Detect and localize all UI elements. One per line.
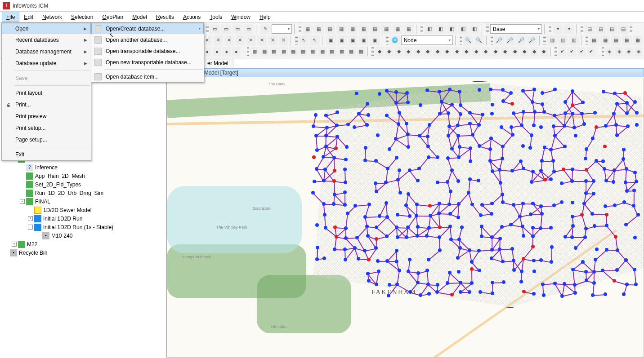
manhole-node[interactable] xyxy=(636,213,640,217)
manhole-node[interactable] xyxy=(602,90,605,93)
manhole-node[interactable] xyxy=(624,258,628,262)
cut-icon[interactable]: ▭ xyxy=(210,24,220,34)
manhole-node[interactable] xyxy=(427,155,430,159)
sim-tool-icon[interactable]: ▩ xyxy=(270,47,278,57)
sim-tool-icon[interactable]: ▩ xyxy=(279,47,288,57)
edit-tool-icon[interactable]: ✕ xyxy=(246,35,255,45)
manhole-node[interactable] xyxy=(498,237,502,240)
geoplan-map[interactable]: FAKENHAM The Barn Southcote Hempton Mars… xyxy=(166,78,644,358)
manhole-node[interactable] xyxy=(501,200,505,204)
toolbar-grip[interactable] xyxy=(295,36,298,45)
manhole-node[interactable] xyxy=(490,235,494,239)
manhole-node[interactable] xyxy=(450,168,454,172)
manhole-node[interactable] xyxy=(322,202,326,206)
manhole-node[interactable] xyxy=(633,171,637,174)
manhole-node[interactable] xyxy=(343,168,347,171)
manhole-node[interactable] xyxy=(446,156,450,160)
tool-icon[interactable]: ▦ xyxy=(370,24,380,34)
manhole-node[interactable] xyxy=(448,212,452,216)
file-menu-item[interactable]: Exit xyxy=(2,149,91,160)
manhole-node[interactable] xyxy=(385,201,388,205)
analysis-icon[interactable]: ◆ xyxy=(433,47,442,57)
manhole-node[interactable] xyxy=(615,133,619,137)
extra-icon[interactable]: ◈ xyxy=(625,47,633,57)
manhole-node[interactable] xyxy=(501,193,504,196)
analysis-icon[interactable]: ◆ xyxy=(452,47,461,57)
manhole-node[interactable] xyxy=(549,226,553,230)
edit-tool-icon[interactable]: ✕ xyxy=(257,35,267,45)
edit-tool-icon[interactable]: ✕ xyxy=(235,35,245,45)
manhole-node[interactable] xyxy=(394,90,398,94)
manhole-node[interactable] xyxy=(448,271,452,274)
open-menu-item[interactable]: Open new transportable database... xyxy=(91,57,204,68)
manhole-node[interactable] xyxy=(456,124,460,127)
manhole-node[interactable] xyxy=(440,100,443,103)
manhole-node[interactable] xyxy=(540,159,544,163)
manhole-node[interactable] xyxy=(605,213,608,217)
tree-item[interactable]: 1D/2D Sewer Model xyxy=(0,206,166,214)
file-menu-item[interactable]: Print layout xyxy=(2,87,91,99)
pointer-icon[interactable]: ↖ xyxy=(299,35,309,45)
manhole-node[interactable] xyxy=(438,225,442,229)
manhole-node[interactable] xyxy=(614,235,617,239)
manhole-node[interactable] xyxy=(456,216,460,219)
manhole-node[interactable] xyxy=(314,134,318,137)
toolbar-grip[interactable] xyxy=(386,36,389,45)
manhole-node[interactable] xyxy=(622,157,625,161)
toolbar-grip[interactable] xyxy=(586,36,588,45)
manhole-node[interactable] xyxy=(522,234,525,238)
grid-icon[interactable]: ▦ xyxy=(600,35,610,45)
tool-icon[interactable]: ▦ xyxy=(359,24,369,34)
manhole-node[interactable] xyxy=(375,190,378,193)
playback-icon[interactable]: ● xyxy=(223,47,231,57)
manhole-node[interactable] xyxy=(560,200,564,204)
manhole-node[interactable] xyxy=(543,178,547,181)
tool-icon[interactable]: ▦ xyxy=(348,24,358,34)
layer-tool-icon[interactable]: ◧ xyxy=(470,24,479,34)
manhole-node[interactable] xyxy=(553,282,557,285)
manhole-node[interactable] xyxy=(530,180,533,184)
analysis-icon[interactable]: ◆ xyxy=(540,47,548,57)
manhole-node[interactable] xyxy=(512,203,515,207)
manhole-node[interactable] xyxy=(335,235,338,239)
manhole-node[interactable] xyxy=(343,203,347,207)
manhole-node[interactable] xyxy=(490,212,493,216)
manhole-node[interactable] xyxy=(571,168,574,171)
manhole-node[interactable] xyxy=(378,92,381,96)
grid-icon[interactable]: ▦ xyxy=(611,35,621,45)
manhole-node[interactable] xyxy=(605,248,608,252)
tool-icon[interactable]: ▦ xyxy=(325,24,335,34)
manhole-node[interactable] xyxy=(468,111,472,115)
toolbar-grip[interactable] xyxy=(543,36,546,45)
manhole-node[interactable] xyxy=(623,91,627,95)
playback-icon[interactable]: ● xyxy=(203,47,212,57)
manhole-node[interactable] xyxy=(367,113,370,117)
toolbar-grip[interactable] xyxy=(371,47,374,56)
toolbar-grip[interactable] xyxy=(247,47,249,56)
manhole-node[interactable] xyxy=(593,111,597,115)
manhole-node[interactable] xyxy=(450,293,454,296)
manhole-node[interactable] xyxy=(491,103,494,106)
manhole-node[interactable] xyxy=(501,88,505,92)
manhole-node[interactable] xyxy=(425,269,429,272)
highlighter-icon[interactable]: ✎ xyxy=(260,24,270,34)
manhole-node[interactable] xyxy=(615,102,619,106)
manhole-node[interactable] xyxy=(415,214,418,217)
zoom-icon[interactable]: 🔎 xyxy=(527,35,537,45)
manhole-node[interactable] xyxy=(357,112,361,115)
menu-actions[interactable]: Actions xyxy=(179,13,205,22)
manhole-node[interactable] xyxy=(325,126,329,129)
manhole-node[interactable] xyxy=(374,181,377,185)
collapse-icon[interactable]: - xyxy=(28,225,33,230)
open-menu-item[interactable]: Open another database... xyxy=(91,34,204,45)
manhole-node[interactable] xyxy=(571,112,574,115)
manhole-node[interactable] xyxy=(581,260,585,264)
select-tool-icon[interactable]: ▣ xyxy=(359,35,368,45)
manhole-node[interactable] xyxy=(367,203,371,206)
manhole-node[interactable] xyxy=(560,294,564,298)
manhole-node[interactable] xyxy=(635,111,639,115)
tree-item[interactable]: -Initial 1D2D Run (1s - Stable) xyxy=(0,223,166,231)
toolbar-grip[interactable] xyxy=(486,25,489,34)
manhole-node[interactable] xyxy=(416,179,420,182)
sim-tool-icon[interactable]: ▩ xyxy=(250,47,259,57)
